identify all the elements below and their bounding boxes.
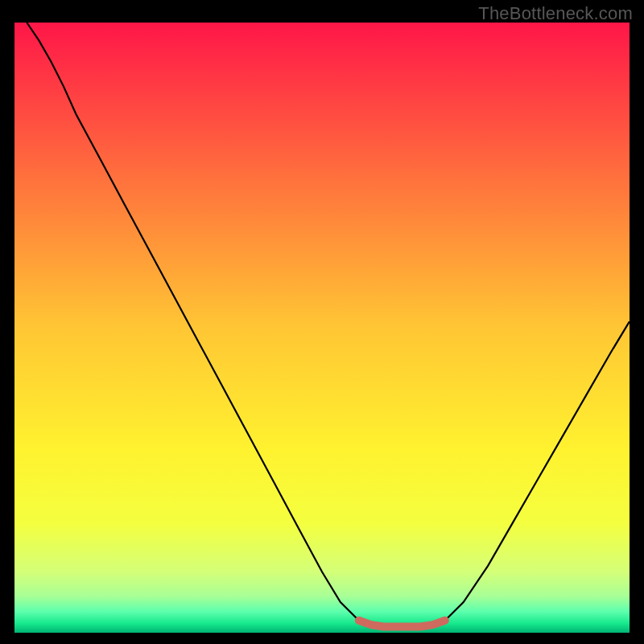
chart-frame	[14, 23, 630, 633]
chart-background	[14, 23, 630, 633]
watermark-text: TheBottleneck.com	[478, 3, 633, 24]
bottleneck-chart	[14, 23, 630, 633]
